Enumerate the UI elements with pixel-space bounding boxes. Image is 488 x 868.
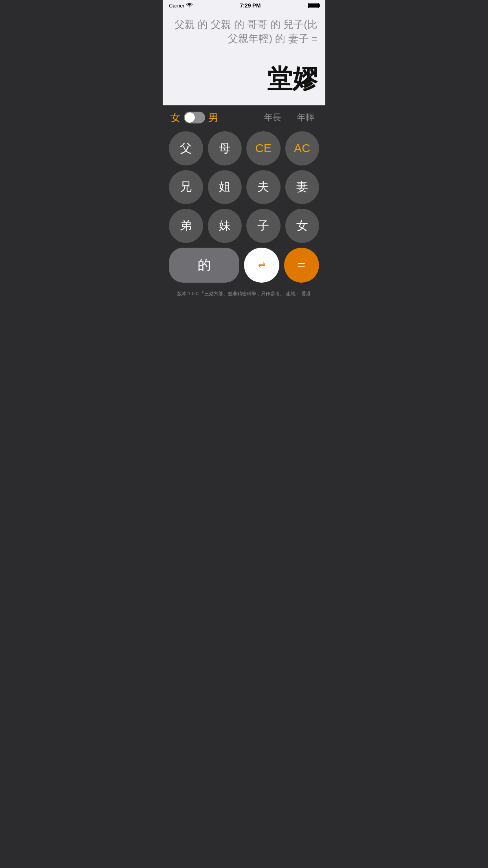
btn-de[interactable]: 的 — [169, 248, 239, 283]
result-text: 堂嫪 — [171, 62, 317, 96]
footer-text: 版本:1.0.0 「三姑六婆」並非精密科學，只作參考。 產地： 香港 — [177, 291, 311, 296]
btn-elder-sister[interactable]: 姐 — [208, 170, 242, 204]
keypad-area: 女 男 年長 年輕 父 母 CE AC 兄 姐 夫 妻 弟 妹 子 女 的 ⇌ — [163, 105, 325, 287]
gender-switch[interactable] — [184, 112, 205, 123]
btn-daughter[interactable]: 女 — [285, 209, 319, 243]
swap-icon: ⇌ — [258, 260, 265, 270]
btn-son[interactable]: 子 — [246, 209, 281, 243]
status-bar: Carrier 7:29 PM — [163, 0, 325, 11]
btn-father[interactable]: 父 — [169, 131, 203, 166]
male-label: 男 — [208, 111, 218, 125]
button-row-3: 弟 妹 子 女 — [169, 209, 319, 243]
btn-husband[interactable]: 夫 — [246, 170, 281, 204]
button-row-1: 父 母 CE AC — [169, 131, 319, 166]
age-older-button[interactable]: 年長 — [261, 110, 284, 125]
toggle-row: 女 男 年長 年輕 — [169, 110, 319, 125]
carrier-label: Carrier — [169, 3, 193, 9]
display-area: 父親 的 父親 的 哥哥 的 兒子(比父親年輕) 的 妻子 = 堂嫪 — [163, 11, 325, 105]
female-label: 女 — [171, 111, 181, 125]
toggle-knob — [185, 112, 195, 123]
btn-swap[interactable]: ⇌ — [244, 248, 279, 283]
wifi-icon — [186, 3, 193, 8]
button-row-2: 兄 姐 夫 妻 — [169, 170, 319, 204]
bottom-row: 的 ⇌ = — [169, 248, 319, 283]
btn-equals[interactable]: = — [284, 248, 319, 283]
btn-elder-brother[interactable]: 兄 — [169, 170, 203, 204]
carrier-text: Carrier — [169, 3, 185, 9]
btn-younger-sister[interactable]: 妹 — [208, 209, 242, 243]
age-buttons: 年長 年輕 — [261, 110, 317, 125]
battery-icon — [308, 3, 319, 8]
btn-younger-brother[interactable]: 弟 — [169, 209, 203, 243]
expression-text: 父親 的 父親 的 哥哥 的 兒子(比父親年輕) 的 妻子 = — [171, 17, 317, 46]
btn-mother[interactable]: 母 — [208, 131, 242, 166]
btn-ce[interactable]: CE — [246, 131, 281, 166]
btn-wife[interactable]: 妻 — [285, 170, 319, 204]
btn-ac[interactable]: AC — [285, 131, 319, 166]
age-younger-button[interactable]: 年輕 — [294, 110, 317, 125]
time-label: 7:29 PM — [240, 2, 261, 9]
gender-toggle: 女 男 — [171, 111, 218, 125]
footer: 版本:1.0.0 「三姑六婆」並非精密科學，只作參考。 產地： 香港 — [163, 287, 325, 302]
